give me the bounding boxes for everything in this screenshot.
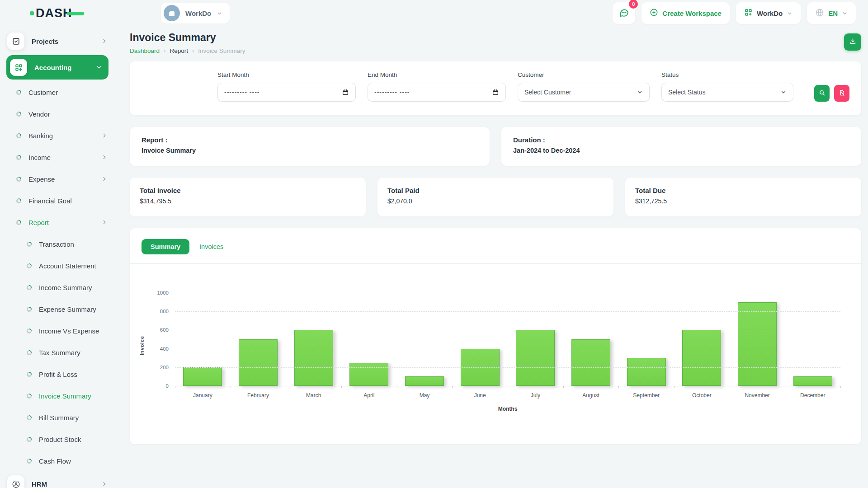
- sidebar-item-report[interactable]: Report: [0, 211, 118, 233]
- chart-column-december: [785, 293, 840, 386]
- sidebar-item-expense-summary[interactable]: Expense Summary: [0, 298, 118, 320]
- y-tick-label: 0: [166, 383, 169, 389]
- app-switcher-dropdown[interactable]: WorkDo: [736, 2, 801, 24]
- sidebar-item-income[interactable]: Income: [0, 146, 118, 168]
- customer-select[interactable]: Select Customer: [518, 83, 650, 102]
- chart-column-march: [286, 293, 341, 386]
- sidebar-item-expense[interactable]: Expense: [0, 168, 118, 190]
- chart-column-july: [508, 293, 563, 386]
- bullet-icon: [27, 263, 32, 268]
- chart-bar-october: [682, 330, 721, 386]
- bullet-icon: [27, 437, 32, 442]
- chevron-right-icon: ›: [164, 47, 165, 54]
- end-month-input[interactable]: --------- ----: [368, 83, 506, 102]
- calendar-icon[interactable]: [342, 89, 349, 96]
- y-axis-title: Invoice: [139, 336, 144, 355]
- bullet-icon: [16, 90, 21, 95]
- breadcrumb: Dashboard › Report › Invoice Summary: [130, 47, 245, 54]
- chevron-right-icon: [101, 481, 108, 487]
- x-tick-label: December: [785, 392, 840, 399]
- x-tick-label: May: [397, 392, 453, 399]
- x-tick-label: September: [618, 392, 674, 399]
- x-tick-label: April: [341, 392, 397, 399]
- sidebar-item-customer[interactable]: Customer: [0, 81, 118, 103]
- logo-dash-icon: [67, 12, 84, 15]
- chart-bar-august: [571, 339, 610, 386]
- main-content: Invoice Summary Dashboard › Report › Inv…: [118, 26, 868, 444]
- download-button[interactable]: [844, 33, 861, 51]
- breadcrumb-dashboard[interactable]: Dashboard: [130, 47, 160, 54]
- sidebar-item-profit-loss[interactable]: Profit & Loss: [0, 363, 118, 385]
- sidebar-item-product-stock[interactable]: Product Stock: [0, 428, 118, 450]
- gridline-0: [175, 386, 840, 386]
- sidebar-item-hrm[interactable]: HRM: [0, 472, 118, 488]
- workspace-selector[interactable]: WorkDo: [161, 3, 230, 23]
- chevron-down-icon: [637, 89, 643, 95]
- end-month-label: End Month: [368, 71, 506, 78]
- sidebar-item-bill-summary[interactable]: Bill Summary: [0, 407, 118, 428]
- create-workspace-button[interactable]: Create Workspace: [642, 2, 730, 24]
- chevron-right-icon: [101, 38, 108, 44]
- chevron-right-icon: [101, 219, 108, 225]
- sidebar-item-income-summary[interactable]: Income Summary: [0, 277, 118, 298]
- breadcrumb-report[interactable]: Report: [170, 47, 188, 54]
- bullet-icon: [27, 307, 32, 312]
- calendar-icon[interactable]: [492, 89, 499, 96]
- duration-value: Jan-2024 to Dec-2024: [513, 147, 849, 154]
- tab-invoices[interactable]: Invoices: [197, 239, 226, 254]
- sidebar-item-banking[interactable]: Banking: [0, 125, 118, 146]
- globe-icon: [815, 8, 824, 19]
- report-label: Report :: [142, 136, 478, 144]
- start-month-input[interactable]: --------- ----: [217, 83, 356, 102]
- chart-column-october: [674, 293, 730, 386]
- chevron-down-icon: [96, 64, 102, 70]
- language-label: EN: [828, 9, 838, 17]
- building-icon: [164, 5, 180, 21]
- tab-summary[interactable]: Summary: [142, 239, 189, 254]
- search-button[interactable]: [814, 85, 830, 102]
- x-tick-label: January: [175, 392, 231, 399]
- chart-column-april: [341, 293, 397, 386]
- sidebar-item-invoice-summary[interactable]: Invoice Summary: [0, 385, 118, 407]
- x-axis-title: Months: [175, 406, 840, 412]
- gridline-400: [175, 349, 840, 349]
- chart-column-june: [452, 293, 508, 386]
- reset-button[interactable]: [834, 85, 849, 102]
- grid-plus-icon: [744, 8, 753, 18]
- sidebar-item-vendor[interactable]: Vendor: [0, 103, 118, 125]
- status-select[interactable]: Select Status: [661, 83, 793, 102]
- language-dropdown[interactable]: EN: [807, 2, 856, 24]
- sidebar-item-accounting[interactable]: Accounting: [6, 55, 108, 80]
- sidebar-item-account-statement[interactable]: Account Statement: [0, 255, 118, 277]
- customer-label: Customer: [518, 71, 650, 78]
- app-logo[interactable]: DASH: [30, 6, 107, 20]
- sidebar-item-cash-flow[interactable]: Cash Flow: [0, 450, 118, 472]
- report-value: Invoice Summary: [142, 147, 478, 154]
- chart-column-may: [397, 293, 453, 386]
- status-field: Status Select Status: [661, 71, 793, 102]
- chevron-right-icon: ›: [192, 47, 194, 54]
- sidebar-item-income-vs-expense[interactable]: Income Vs Expense: [0, 320, 118, 342]
- chart-bar-april: [349, 363, 388, 386]
- y-tick-label: 200: [160, 365, 169, 370]
- messages-button[interactable]: 0: [613, 2, 635, 24]
- bullet-icon: [16, 133, 21, 138]
- start-month-field: Start Month --------- ----: [217, 71, 356, 102]
- chart-bar-december: [793, 376, 832, 386]
- logo-dot-icon: [30, 11, 34, 15]
- sidebar-item-projects[interactable]: Projects: [0, 29, 118, 53]
- grid-plus-icon: [10, 59, 27, 76]
- x-tick-label: July: [508, 392, 563, 399]
- filter-panel: Start Month --------- ---- End Month ---…: [130, 61, 861, 115]
- chart-plot-area: 02004006008001000: [175, 293, 840, 386]
- sidebar-item-financial-goal[interactable]: Financial Goal: [0, 190, 118, 211]
- sidebar-item-tax-summary[interactable]: Tax Summary: [0, 342, 118, 363]
- messages-badge: 0: [629, 0, 638, 9]
- sidebar-item-transaction[interactable]: Transaction: [0, 233, 118, 255]
- x-axis-labels: JanuaryFebruaryMarchAprilMayJuneJulyAugu…: [175, 392, 840, 399]
- chevron-right-icon: [101, 132, 108, 139]
- chart-column-august: [563, 293, 619, 386]
- gridline-600: [175, 330, 840, 330]
- y-tick-label: 1000: [157, 290, 169, 296]
- top-bar: DASH WorkDo 0 Create Workspace: [0, 0, 868, 26]
